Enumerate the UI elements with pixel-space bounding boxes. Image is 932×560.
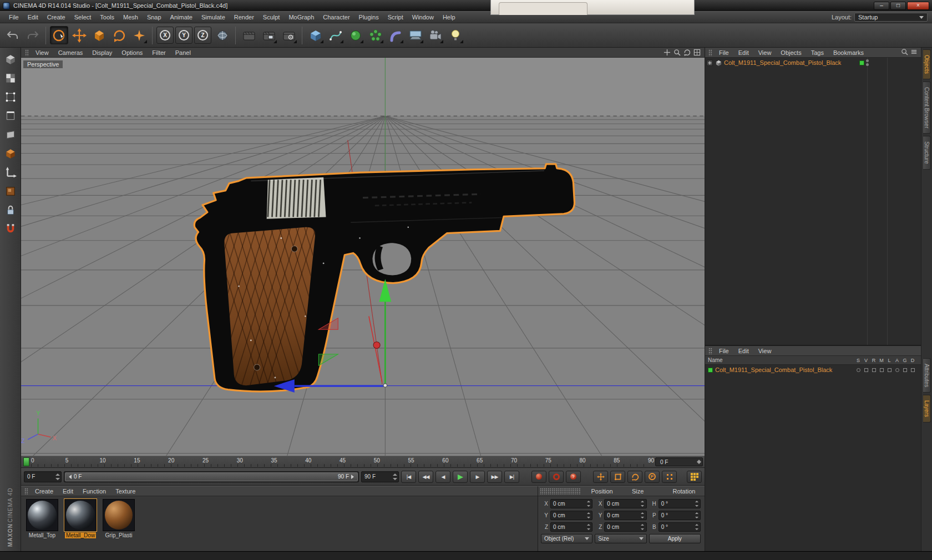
material-menu-texture[interactable]: Texture [111,487,140,495]
menu-mograph[interactable]: MoGraph [284,13,318,22]
add-mograph-button[interactable] [366,26,384,44]
layer-toggle-generators[interactable] [901,368,909,372]
spinner-icon[interactable] [694,501,699,507]
ruler-tick-label[interactable]: 40 [305,457,311,464]
maximize-button[interactable]: □ [890,2,906,10]
material-menu-edit[interactable]: Edit [58,487,78,495]
om-menu-view[interactable]: View [754,49,776,57]
rot-h-field[interactable]: 0 ° [659,499,701,508]
spinner-icon[interactable] [392,474,397,480]
enable-axis-button[interactable] [2,164,19,181]
end-frame-field[interactable]: 90 F [361,471,399,482]
size-mode-dropdown[interactable]: Size [595,534,646,543]
menu-edit[interactable]: Edit [23,13,43,22]
panel-grip[interactable] [540,488,581,495]
material-thumbnail[interactable] [103,499,135,531]
material-name[interactable]: Metall_Dow [65,532,96,538]
ruler-tick-label[interactable]: 35 [271,457,277,464]
play-button[interactable]: ▶ [453,471,468,483]
viewport-menu-view[interactable]: View [31,49,53,57]
menu-select[interactable]: Select [70,13,96,22]
ruler-tick-label[interactable]: 15 [134,457,140,464]
tab-layers[interactable]: Layers [923,395,931,422]
scale-tool-button[interactable] [90,26,108,44]
column-d[interactable]: D [909,358,916,363]
layer-toggle-view[interactable] [862,368,870,372]
axis-lock-x-button[interactable]: X [156,27,174,44]
om-menu-edit[interactable]: Edit [734,49,753,57]
column-v[interactable]: V [862,358,870,363]
workplane-mode-button[interactable] [2,202,19,218]
timeline-mode-button[interactable] [687,471,702,483]
ruler-tick-label[interactable]: 0 [31,457,34,464]
spinner-icon[interactable] [640,501,645,507]
view-pan-icon[interactable] [663,49,671,57]
points-mode-button[interactable] [2,89,19,105]
om-menu-file[interactable]: File [715,49,733,57]
tab-structure[interactable]: Structure [923,136,931,170]
view-toggle-icon[interactable] [693,49,701,57]
scale-key-toggle[interactable] [610,471,625,483]
next-key-button[interactable]: ▶▶ [487,471,502,483]
layer-toggle-solo[interactable] [854,368,862,372]
material-menu-create[interactable]: Create [31,487,58,495]
menu-tools[interactable]: Tools [95,13,119,22]
add-generator-button[interactable] [346,26,364,44]
material-thumbnail[interactable] [26,499,58,531]
goto-start-button[interactable]: |◀ [401,471,416,483]
ruler-tick-label[interactable]: 85 [614,457,620,464]
redo-button[interactable] [23,26,42,44]
menu-sculpt[interactable]: Sculpt [259,13,285,22]
range-left-arrow-icon[interactable] [69,475,72,479]
goto-end-button[interactable]: ▶| [504,471,519,483]
ruler-tick-label[interactable]: 45 [340,457,346,464]
timeline-range-track[interactable]: 0 F 90 F [64,471,359,482]
view-rotate-icon[interactable] [683,49,691,57]
layer-object-name[interactable]: Colt_M1911_Special_Combat_Pistol_Black [715,366,832,373]
ruler-tick-label[interactable]: 10 [100,457,106,464]
material-menu-function[interactable]: Function [78,487,110,495]
spinner-icon[interactable] [586,524,591,530]
menu-plugins[interactable]: Plugins [354,13,383,22]
tab-objects[interactable]: Objects [923,49,931,79]
menu-simulate[interactable]: Simulate [197,13,230,22]
ruler-current-frame-field[interactable]: 0 F [655,457,703,466]
object-type-icon[interactable] [715,59,722,67]
object-tree[interactable]: Colt_M1911_Special_Combat_Pistol_Black [705,58,921,345]
texture-mode-button[interactable] [2,183,19,200]
viewport[interactable]: Perspective [21,58,705,456]
layer-toggle-manager[interactable] [878,368,885,372]
layer-toggle-lock[interactable] [885,368,893,372]
menu-snap[interactable]: Snap [143,13,166,22]
add-spline-button[interactable] [326,26,345,44]
ruler-tick-label[interactable]: 20 [168,457,174,464]
size-z-field[interactable]: 0 cm [604,522,646,532]
timeline-range-bar[interactable]: 0 F 90 F [65,472,358,481]
render-picture-viewer-button[interactable] [260,26,278,44]
layer-list[interactable]: Colt_M1911_Special_Combat_Pistol_Black [705,365,921,551]
menu-render[interactable]: Render [230,13,259,22]
panel-grip[interactable] [708,348,712,354]
menu-help[interactable]: Help [438,13,460,22]
minimize-button[interactable]: – [874,2,889,10]
add-deformer-button[interactable] [386,26,404,44]
tree-expander-icon[interactable] [707,60,713,66]
material-name[interactable]: Metall_Top [28,532,57,538]
ruler-tick-label[interactable]: 75 [545,457,551,464]
viewport-menu-filter[interactable]: Filter [148,49,170,57]
size-x-field[interactable]: 0 cm [604,499,646,508]
panel-grip[interactable] [25,49,29,56]
spinner-icon[interactable] [586,501,591,507]
current-frame-field[interactable]: 0 F [24,471,62,482]
add-camera-button[interactable] [426,26,444,44]
tab-content-browser[interactable]: Content Browser [923,82,931,134]
object-row[interactable]: Colt_M1911_Special_Combat_Pistol_Black [705,58,921,68]
column-l[interactable]: L [885,358,893,363]
ruler-tick-label[interactable]: 70 [511,457,517,464]
title-bar[interactable]: CINEMA 4D R14.014 Studio - [Colt_M1911_S… [0,0,932,11]
ruler-tick-label[interactable]: 60 [442,457,448,464]
lm-menu-file[interactable]: File [715,347,733,355]
gizmo-origin[interactable] [383,384,387,388]
coordinate-system-button[interactable] [213,26,231,44]
layer-toggle-animation[interactable] [893,368,901,372]
